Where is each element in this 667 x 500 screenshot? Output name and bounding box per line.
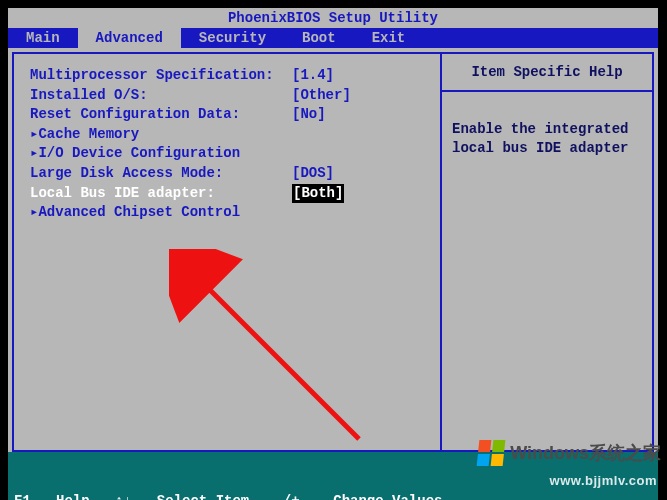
help-content: Enable the integrated local bus IDE adap… (442, 92, 652, 186)
menu-advanced[interactable]: Advanced (78, 28, 181, 48)
setting-value: [Other] (292, 86, 351, 106)
watermark-brand: Windows系统之家 (478, 440, 661, 466)
submenu-io-device[interactable]: I/O Device Configuration (30, 144, 432, 164)
menu-security[interactable]: Security (181, 28, 284, 48)
setting-multiprocessor[interactable]: Multiprocessor Specification: [1.4] (30, 66, 432, 86)
setting-label: Large Disk Access Mode: (30, 164, 292, 184)
menu-bar: Main Advanced Security Boot Exit (8, 28, 658, 48)
setting-reset-config[interactable]: Reset Configuration Data: [No] (30, 105, 432, 125)
setting-value: [1.4] (292, 66, 334, 86)
windows-logo-icon (477, 440, 506, 466)
annotation-arrow-icon (169, 249, 379, 459)
menu-boot[interactable]: Boot (284, 28, 354, 48)
watermark-url: www.bjjmlv.com (550, 473, 657, 488)
help-title: Item Specific Help (442, 54, 652, 92)
setting-large-disk[interactable]: Large Disk Access Mode: [DOS] (30, 164, 432, 184)
setting-label: Installed O/S: (30, 86, 292, 106)
setting-installed-os[interactable]: Installed O/S: [Other] (30, 86, 432, 106)
title-bar: PhoenixBIOS Setup Utility (8, 8, 658, 28)
setting-value: [No] (292, 105, 326, 125)
submenu-label: Advanced Chipset Control (38, 203, 240, 223)
setting-value-selected: [Both] (292, 184, 344, 204)
content-area: Multiprocessor Specification: [1.4] Inst… (8, 48, 658, 452)
submenu-advanced-chipset[interactable]: Advanced Chipset Control (30, 203, 432, 223)
setting-label: Reset Configuration Data: (30, 105, 292, 125)
submenu-label: I/O Device Configuration (38, 144, 240, 164)
submenu-label: Cache Memory (38, 125, 139, 145)
help-panel: Item Specific Help Enable the integrated… (441, 52, 654, 452)
svg-line-0 (197, 277, 359, 439)
setting-value: [DOS] (292, 164, 334, 184)
footer-line-1: F1 Help ↑↓ Select Item -/+ Change Values (14, 492, 652, 500)
setting-label: Multiprocessor Specification: (30, 66, 292, 86)
menu-main[interactable]: Main (8, 28, 78, 48)
submenu-cache-memory[interactable]: Cache Memory (30, 125, 432, 145)
watermark-text: Windows系统之家 (510, 441, 661, 465)
setting-label-selected: Local Bus IDE adapter: (30, 184, 292, 204)
setting-local-bus-ide[interactable]: Local Bus IDE adapter: [Both] (30, 184, 432, 204)
settings-panel: Multiprocessor Specification: [1.4] Inst… (12, 52, 441, 452)
menu-exit[interactable]: Exit (354, 28, 424, 48)
bios-window: PhoenixBIOS Setup Utility Main Advanced … (8, 8, 658, 493)
